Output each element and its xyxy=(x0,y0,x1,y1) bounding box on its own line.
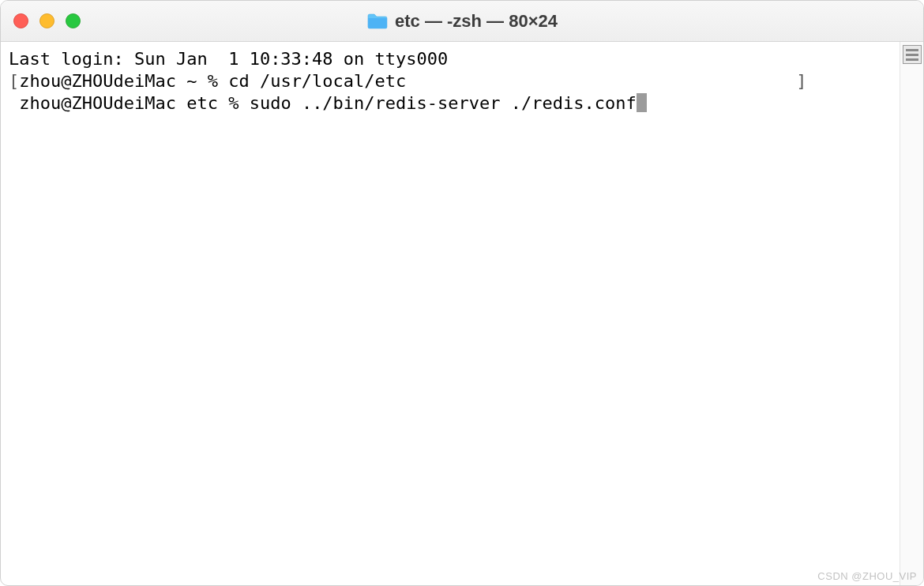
terminal-line-1: Last login: Sun Jan 1 10:33:48 on ttys00… xyxy=(9,49,448,69)
terminal-window: etc — -zsh — 80×24 Last login: Sun Jan 1… xyxy=(0,0,924,586)
cursor xyxy=(637,93,647,112)
titlebar[interactable]: etc — -zsh — 80×24 xyxy=(1,1,923,42)
window-title-wrap: etc — -zsh — 80×24 xyxy=(366,11,558,32)
watermark: CSDN @ZHOU_VIP xyxy=(817,570,917,582)
terminal-body[interactable]: Last login: Sun Jan 1 10:33:48 on ttys00… xyxy=(1,42,900,585)
scrollbar[interactable] xyxy=(900,42,923,585)
content-area: Last login: Sun Jan 1 10:33:48 on ttys00… xyxy=(1,42,923,585)
traffic-lights xyxy=(13,13,81,28)
close-button[interactable] xyxy=(13,13,28,28)
bracket-open: [ xyxy=(9,71,19,91)
bracket-close: ] xyxy=(796,71,806,91)
minimize-button[interactable] xyxy=(39,13,54,28)
folder-icon xyxy=(366,13,389,30)
command-2: sudo ../bin/redis-server ./redis.conf xyxy=(250,93,637,113)
scroll-indicator-icon[interactable] xyxy=(903,45,922,64)
window-title: etc — -zsh — 80×24 xyxy=(395,11,558,32)
prompt-1: zhou@ZHOUdeiMac ~ % xyxy=(19,71,228,91)
prompt-2: zhou@ZHOUdeiMac etc % xyxy=(19,93,249,113)
command-1: cd /usr/local/etc xyxy=(228,71,406,91)
maximize-button[interactable] xyxy=(66,13,81,28)
